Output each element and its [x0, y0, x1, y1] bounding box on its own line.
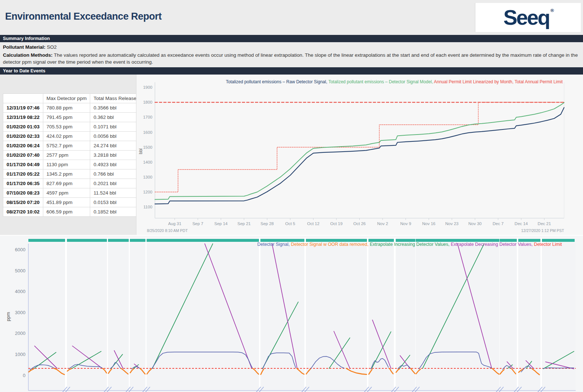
event-capsule-bar: [416, 239, 499, 242]
emissions-trend-chart[interactable]: 110012001300140015001600170018001900Aug …: [136, 75, 583, 237]
events-table: Max Detector ppmTotal Mass Released 12/3…: [3, 93, 143, 217]
max-detector-cell: 1345.2 ppm: [43, 169, 90, 179]
total-mass-cell: 0.4923 bbl: [90, 160, 143, 169]
pollutant-value: SO2: [47, 44, 57, 50]
svg-text:Nov 30: Nov 30: [468, 221, 482, 226]
legend-item: Total Annual Permit Limit: [515, 79, 563, 84]
column-header: Total Mass Released: [90, 94, 143, 103]
table-header-row: Max Detector ppmTotal Mass Released: [3, 94, 143, 103]
table-row: 01/02/20 02:33424.02 ppm0.0056 bbl: [3, 132, 143, 141]
svg-text:Sep 14: Sep 14: [214, 221, 228, 226]
registered-trademark-icon: ®: [551, 8, 554, 13]
max-detector-cell: 424.02 ppm: [43, 132, 90, 141]
table-row: 01/02/20 01:03705.53 ppm0.1071 bbl: [3, 122, 143, 132]
event-timestamp-cell: 01/02/20 07:40: [3, 151, 43, 160]
legend-item: Totalized pollutant emissions – Detector…: [328, 79, 434, 84]
detector-chart-panel: 0100020003000400050006000 Detector Signa…: [0, 235, 583, 392]
table-row: 01/17/20 06:35827.69 ppm0.2021 bbl: [3, 179, 143, 188]
svg-text:Oct 5: Oct 5: [285, 221, 295, 226]
column-header: Max Detector ppm: [43, 94, 90, 103]
table-row: 12/31/19 08:22791.45 ppm0.362 bbl: [3, 113, 143, 122]
total-mass-cell: 0.1071 bbl: [90, 122, 143, 132]
legend-item: Totalized pollutant emissions – Raw Dete…: [226, 79, 328, 84]
svg-text:1700: 1700: [143, 115, 152, 119]
column-header: [3, 94, 43, 103]
legend-item: Extrapolate Decreasing Detector Values,: [451, 242, 534, 247]
event-capsule-bar: [28, 239, 65, 242]
summary-section-header: Summary Information: [0, 35, 583, 42]
max-detector-cell: 827.69 ppm: [43, 179, 90, 188]
events-section-header: Year to Date Events: [0, 67, 583, 75]
svg-text:Oct 26: Oct 26: [354, 221, 366, 226]
methods-line: Calculation Methods: The values reported…: [3, 52, 579, 66]
max-detector-cell: 606.59 ppm: [43, 207, 90, 217]
svg-text:Dec 21: Dec 21: [538, 221, 551, 226]
event-capsule-bar: [260, 239, 304, 242]
event-timestamp-cell: 01/17/20 06:35: [3, 179, 43, 188]
svg-text:Oct 19: Oct 19: [330, 221, 343, 226]
svg-text:4000: 4000: [15, 289, 25, 294]
event-capsule-bar: [500, 239, 517, 242]
report-page: Environmental Exceedance Report Seeq® Su…: [0, 0, 583, 392]
seeq-logo: Seeq®: [475, 3, 581, 32]
svg-text:1200: 1200: [143, 190, 152, 194]
content-row: Max Detector ppmTotal Mass Released 12/3…: [0, 75, 583, 237]
max-detector-cell: 791.45 ppm: [43, 113, 90, 122]
table-row: 01/02/20 07:402577 ppm3.2818 bbl: [3, 151, 143, 160]
svg-text:Sep 7: Sep 7: [192, 221, 203, 226]
table-row: 01/17/20 04:491130 ppm0.4923 bbl: [3, 160, 143, 169]
event-capsule-bar: [67, 239, 107, 242]
event-timestamp-cell: 01/17/20 04:49: [3, 160, 43, 169]
events-section-title: Year to Date Events: [3, 68, 45, 73]
emissions-chart-panel: 110012001300140015001600170018001900Aug …: [136, 75, 583, 237]
svg-text:1800: 1800: [143, 100, 152, 104]
event-timestamp-cell: 12/31/19 07:46: [3, 103, 43, 113]
pollutant-line: Pollutant Material: SO2: [3, 44, 579, 51]
event-capsule-bar: [306, 239, 367, 242]
emissions-chart-legend: Totalized pollutant emissions – Raw Dete…: [226, 79, 563, 84]
total-mass-cell: 24.274 bbl: [90, 141, 143, 151]
svg-text:Nov 2: Nov 2: [377, 221, 388, 226]
event-timestamp-cell: 12/31/19 08:22: [3, 113, 43, 122]
emissions-start-timestamp: 8/25/2020 8:10 AM PDT: [147, 228, 188, 233]
svg-text:Dec 7: Dec 7: [493, 221, 504, 226]
total-mass-cell: 0.362 bbl: [90, 113, 143, 122]
svg-text:Nov 16: Nov 16: [422, 221, 435, 226]
event-timestamp-cell: 01/02/20 01:03: [3, 122, 43, 132]
table-row: 08/27/20 10:02606.59 ppm0.1852 bbl: [3, 207, 143, 217]
total-mass-cell: 0.3566 bbl: [90, 103, 143, 113]
table-row: 12/31/19 07:46780.88 ppm0.3566 bbl: [3, 103, 143, 113]
summary-body: Pollutant Material: SO2 Calculation Meth…: [0, 42, 583, 67]
svg-text:Oct 12: Oct 12: [307, 221, 320, 226]
max-detector-cell: 451.89 ppm: [43, 198, 90, 207]
svg-text:1000: 1000: [15, 352, 25, 357]
event-capsule-bar: [130, 239, 145, 242]
svg-text:3000: 3000: [15, 310, 25, 315]
event-timestamp-cell: 01/17/20 05:22: [3, 169, 43, 179]
detector-chart-legend: Detector Signal, Detector Signal w OOR d…: [257, 242, 562, 247]
events-table-panel: Max Detector ppmTotal Mass Released 12/3…: [0, 75, 136, 237]
event-timestamp-cell: 01/02/20 06:24: [3, 141, 43, 151]
legend-item: Detector Signal w OOR data removed,: [291, 242, 370, 247]
table-row: 01/17/20 05:221345.2 ppm0.766 bbl: [3, 169, 143, 179]
table-row: 08/15/20 07:20451.89 ppm0.0153 bbl: [3, 198, 143, 207]
svg-text:5000: 5000: [15, 268, 25, 273]
total-mass-cell: 3.2818 bbl: [90, 151, 143, 160]
event-capsule-bar: [147, 239, 259, 242]
event-timestamp-cell: 08/15/20 07:20: [3, 198, 43, 207]
summary-section-title: Summary Information: [3, 36, 50, 41]
svg-text:Sep 21: Sep 21: [237, 221, 251, 226]
svg-text:2000: 2000: [15, 331, 25, 336]
events-table-body: 12/31/19 07:46780.88 ppm0.3566 bbl12/31/…: [3, 103, 143, 217]
event-capsule-bar: [518, 239, 540, 242]
page-title: Environmental Exceedance Report: [5, 11, 161, 22]
event-timestamp-cell: 01/02/20 02:33: [3, 132, 43, 141]
methods-label: Calculation Methods:: [3, 52, 53, 58]
svg-text:1300: 1300: [143, 175, 152, 179]
event-timestamp-cell: 08/27/20 10:02: [3, 207, 43, 217]
svg-text:Dec 14: Dec 14: [515, 221, 528, 226]
seeq-logo-text: Seeq: [503, 7, 550, 28]
max-detector-cell: 780.88 ppm: [43, 103, 90, 113]
event-timestamp-cell: 07/10/20 08:23: [3, 188, 43, 198]
detector-signal-chart[interactable]: 0100020003000400050006000: [0, 236, 583, 392]
